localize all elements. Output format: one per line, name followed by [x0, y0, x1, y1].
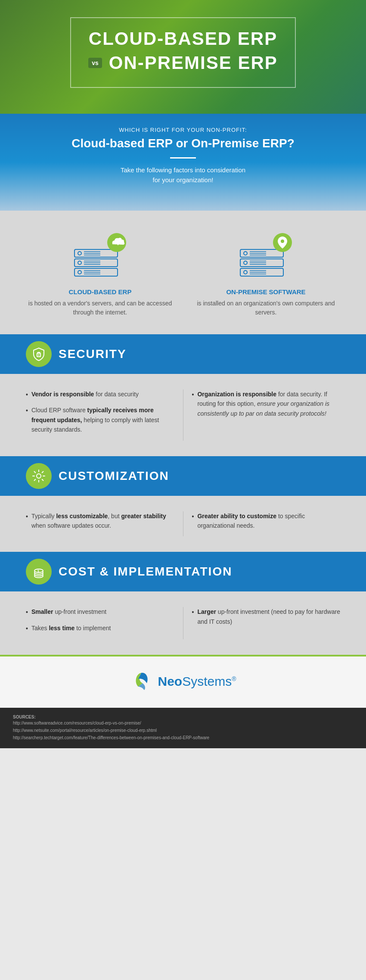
cost-left-col: • Smaller up-front investment • Takes le…	[17, 607, 183, 639]
security-left-col: • Vendor is responsible for data securit…	[17, 389, 183, 441]
onprem-def-label: ON-PREMISE SOFTWARE	[192, 288, 340, 296]
security-content: • Vendor is responsible for data securit…	[0, 374, 366, 456]
sources-label: SOURCES:	[13, 715, 353, 719]
onprem-def-text: is installed on an organization's own co…	[192, 299, 340, 317]
security-bullet-2: • Cloud ERP software typically receives …	[26, 405, 174, 434]
customization-content: • Typically less customizable, but great…	[0, 496, 366, 552]
customization-icon	[26, 463, 52, 489]
customization-header: CUSTOMIZATION	[0, 456, 366, 496]
cloud-def-label: CLOUD-BASED ERP	[26, 288, 174, 296]
customization-right-col: • Greater ability to customize to specif…	[183, 511, 349, 537]
svg-point-1	[78, 252, 81, 255]
svg-point-28	[244, 271, 247, 274]
customization-bullet-1: • Typically less customizable, but great…	[26, 511, 174, 531]
cloud-erp-icon	[26, 232, 174, 281]
sources-section: SOURCES: http://www.softwareadvice.com/r…	[0, 708, 366, 748]
svg-point-6	[78, 261, 81, 264]
cost-right-col: • Larger up-front investment (need to pa…	[183, 607, 349, 639]
intro-subtitle: WHICH IS RIGHT FOR YOUR NON-PROFIT:	[34, 127, 332, 133]
security-right-col: • Organization is responsible for data s…	[183, 389, 349, 441]
source-link-1: http://www.softwareadvice.com/resources/…	[13, 719, 353, 727]
cost-bullet-3: • Larger up-front investment (need to pa…	[192, 607, 341, 626]
source-link-2: http://www.netsuite.com/portal/resource/…	[13, 727, 353, 734]
cost-bullet-2: • Takes less time to implement	[26, 623, 174, 633]
logo-section: NeoSystems®	[0, 655, 366, 708]
definitions-section: CLOUD-BASED ERP is hosted on a vendor's …	[0, 211, 366, 334]
svg-point-23	[244, 261, 247, 264]
customization-left-col: • Typically less customizable, but great…	[17, 511, 183, 537]
security-bullet-3: • Organization is responsible for data s…	[192, 389, 341, 418]
customization-title: CUSTOMIZATION	[59, 469, 169, 483]
logo-area: NeoSystems®	[13, 669, 353, 693]
cost-icon: $	[26, 559, 52, 585]
cost-header: $ COST & IMPLEMENTATION	[0, 552, 366, 591]
intro-divider	[170, 157, 196, 159]
svg-point-18	[244, 252, 247, 255]
sources-links: http://www.softwareadvice.com/resources/…	[13, 719, 353, 741]
cloud-def-col: CLOUD-BASED ERP is hosted on a vendor's …	[17, 232, 183, 317]
intro-section: WHICH IS RIGHT FOR YOUR NON-PROFIT: Clou…	[0, 114, 366, 211]
onprem-erp-icon	[192, 232, 340, 281]
svg-point-35	[38, 355, 40, 356]
logo-text: NeoSystems®	[158, 674, 236, 689]
source-link-3: http://searcherp.techtarget.com/feature/…	[13, 734, 353, 741]
customization-bullet-2: • Greater ability to customize to specif…	[192, 511, 341, 531]
svg-point-36	[37, 474, 41, 478]
security-icon	[26, 341, 52, 367]
svg-point-11	[78, 271, 81, 274]
vs-badge: vs	[88, 58, 102, 68]
intro-title: Cloud-based ERP or On-Premise ERP?	[34, 137, 332, 150]
cost-bullet-1: • Smaller up-front investment	[26, 607, 174, 617]
header-vs-row: vs ON-PREMISE ERP	[88, 53, 278, 73]
neosystems-logo-icon	[130, 669, 153, 693]
header-box: CLOUD-BASED ERP vs ON-PREMISE ERP	[70, 17, 296, 88]
header-title-line1: CLOUD-BASED ERP	[88, 28, 278, 49]
security-header: SECURITY	[0, 334, 366, 374]
header-title-line2: ON-PREMISE ERP	[109, 53, 278, 73]
intro-body: Take the following factors into consider…	[34, 165, 332, 185]
cost-title: COST & IMPLEMENTATION	[59, 565, 232, 579]
security-bullet-1: • Vendor is responsible for data securit…	[26, 389, 174, 399]
svg-text:$: $	[37, 569, 39, 573]
cloud-def-text: is hosted on a vendor's servers, and can…	[26, 299, 174, 317]
header-section: CLOUD-BASED ERP vs ON-PREMISE ERP	[0, 0, 366, 114]
svg-point-33	[281, 240, 284, 243]
onprem-def-col: ON-PREMISE SOFTWARE is installed on an o…	[183, 232, 349, 317]
security-title: SECURITY	[59, 347, 127, 361]
cost-content: • Smaller up-front investment • Takes le…	[0, 591, 366, 655]
